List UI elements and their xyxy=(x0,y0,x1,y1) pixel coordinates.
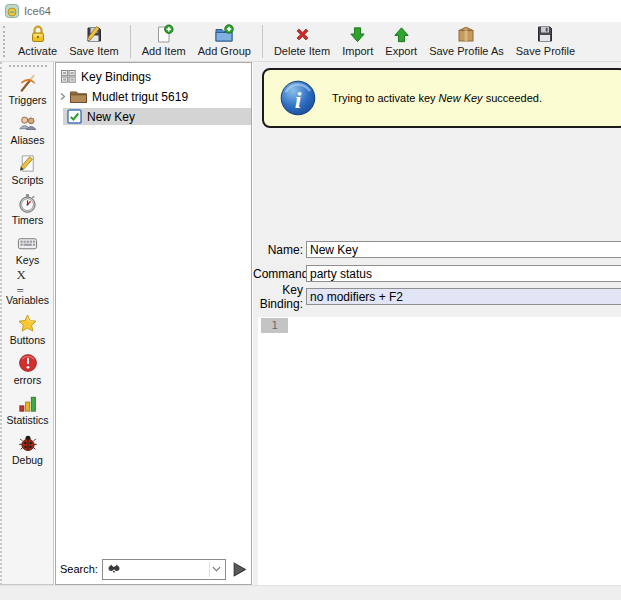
info-icon: i xyxy=(280,80,316,116)
main-toolbar: Activate Save Item Add Item Add Group xyxy=(0,22,621,62)
status-bar xyxy=(0,585,621,600)
window-title: Ice64 xyxy=(24,5,51,17)
wand-icon xyxy=(17,72,39,94)
error-icon xyxy=(17,352,39,374)
sidebar-item-label: Debug xyxy=(12,454,43,466)
sidebar-item-aliases[interactable]: Aliases xyxy=(2,111,53,147)
tree-item-label: New Key xyxy=(87,110,135,124)
search-go-button[interactable] xyxy=(230,560,248,578)
keybinding-field[interactable] xyxy=(306,288,621,305)
tree-item-new-key[interactable]: New Key xyxy=(63,108,251,125)
command-label: Command: xyxy=(253,267,303,281)
export-button[interactable]: Export xyxy=(379,22,423,61)
key-editor-panel: i Trying to activate key New Key succeed… xyxy=(253,62,621,585)
toolbar-separator xyxy=(262,25,263,58)
star-icon xyxy=(17,312,39,334)
notice-key-name: New Key xyxy=(439,92,483,104)
sidebar-item-label: Triggers xyxy=(8,94,46,106)
save-profile-button[interactable]: Save Profile xyxy=(510,22,581,61)
delete-item-button[interactable]: Delete Item xyxy=(268,22,336,61)
delete-x-icon xyxy=(292,24,312,44)
floppy-disk-icon xyxy=(535,24,555,44)
toolbar-label: Activate xyxy=(18,45,57,57)
sidebar-item-debug[interactable]: Debug xyxy=(2,431,53,467)
sidebar-item-buttons[interactable]: Buttons xyxy=(2,311,53,347)
sidebar-item-keys[interactable]: Keys xyxy=(2,231,53,267)
command-field[interactable] xyxy=(306,265,621,282)
checked-checkbox-icon[interactable] xyxy=(67,109,82,124)
sidebar-item-scripts[interactable]: Scripts xyxy=(2,151,53,187)
toolbar-drag-handle[interactable] xyxy=(3,26,5,57)
command-row: Command: xyxy=(253,265,621,282)
add-group-icon xyxy=(214,24,234,44)
name-label: Name: xyxy=(253,243,303,257)
line-number: 1 xyxy=(261,318,288,333)
toolbar-label: Add Item xyxy=(142,45,186,57)
script-pencil-icon xyxy=(17,152,39,174)
sidebar-item-variables[interactable]: X = Variables xyxy=(2,271,53,307)
title-bar: Ice64 xyxy=(0,0,621,22)
sidebar-item-label: Scripts xyxy=(11,174,43,186)
tree-item-key-bindings-root[interactable]: Key Bindings xyxy=(56,68,251,85)
sidebar-item-label: errors xyxy=(14,374,41,386)
toolbar-label: Add Group xyxy=(198,45,251,57)
toolbar-label: Save Profile xyxy=(516,45,575,57)
tree-item-label: Mudlet trigut 5619 xyxy=(92,90,188,104)
folder-icon xyxy=(70,90,87,103)
import-arrow-icon xyxy=(348,24,368,44)
tree-search-row: Search: xyxy=(60,558,248,580)
sidebar-item-label: Statistics xyxy=(6,414,48,426)
save-item-button[interactable]: Save Item xyxy=(63,22,125,61)
add-item-icon xyxy=(154,24,174,44)
search-input[interactable] xyxy=(123,561,207,578)
keyboard-icon xyxy=(17,232,39,254)
toolbar-label: Save Profile As xyxy=(429,45,504,57)
save-item-icon xyxy=(84,24,104,44)
ladybug-icon xyxy=(17,432,39,454)
svg-text:i: i xyxy=(295,87,302,113)
stopwatch-icon xyxy=(17,192,39,214)
activation-notice: i Trying to activate key New Key succeed… xyxy=(262,68,621,128)
sidebar-item-errors[interactable]: errors xyxy=(2,351,53,387)
tree-item-profile-group[interactable]: Mudlet trigut 5619 xyxy=(56,88,251,105)
name-field[interactable] xyxy=(306,241,621,258)
script-editor[interactable]: 1 xyxy=(258,317,621,585)
toolbar-label: Delete Item xyxy=(274,45,330,57)
people-icon xyxy=(17,112,39,134)
keybinding-row: Key Binding: xyxy=(253,288,621,305)
package-box-icon xyxy=(456,24,476,44)
sidebar-drag-handle[interactable] xyxy=(9,65,47,67)
editor-sidebar: Triggers Aliases Scripts Timers Keys xyxy=(0,62,54,585)
keybinding-label: Key Binding: xyxy=(253,283,303,311)
chevron-down-icon[interactable] xyxy=(209,562,223,577)
activate-button[interactable]: Activate xyxy=(12,22,63,61)
bar-chart-icon xyxy=(17,392,39,414)
keybindings-tree: Key Bindings Mudlet trigut 5619 New Key xyxy=(56,63,251,125)
variables-icon: X = xyxy=(17,272,39,294)
sidebar-item-triggers[interactable]: Triggers xyxy=(2,71,53,107)
import-button[interactable]: Import xyxy=(336,22,379,61)
keyboard-small-icon xyxy=(61,70,76,83)
toolbar-label: Export xyxy=(385,45,417,57)
padlock-icon xyxy=(28,24,48,44)
toolbar-label: Save Item xyxy=(69,45,119,57)
binoculars-icon xyxy=(107,562,121,576)
sidebar-item-label: Aliases xyxy=(11,134,45,146)
toolbar-label: Import xyxy=(342,45,373,57)
add-item-button[interactable]: Add Item xyxy=(136,22,192,61)
add-group-button[interactable]: Add Group xyxy=(192,22,257,61)
chevron-right-icon[interactable] xyxy=(58,92,67,101)
sidebar-item-label: Buttons xyxy=(10,334,46,346)
name-row: Name: xyxy=(253,241,621,258)
notice-text: Trying to activate key New Key succeeded… xyxy=(332,92,542,104)
mudlet-editor-window: Ice64 Activate Save Item Add Item xyxy=(0,0,621,600)
app-icon xyxy=(5,4,19,18)
save-profile-as-button[interactable]: Save Profile As xyxy=(423,22,510,61)
keybindings-tree-panel: Key Bindings Mudlet trigut 5619 New Key … xyxy=(55,62,252,585)
sidebar-item-label: Variables xyxy=(6,294,49,306)
sidebar-item-timers[interactable]: Timers xyxy=(2,191,53,227)
search-combobox[interactable] xyxy=(102,559,226,580)
toolbar-separator xyxy=(130,25,131,58)
sidebar-item-statistics[interactable]: Statistics xyxy=(2,391,53,427)
sidebar-item-label: Keys xyxy=(16,254,39,266)
